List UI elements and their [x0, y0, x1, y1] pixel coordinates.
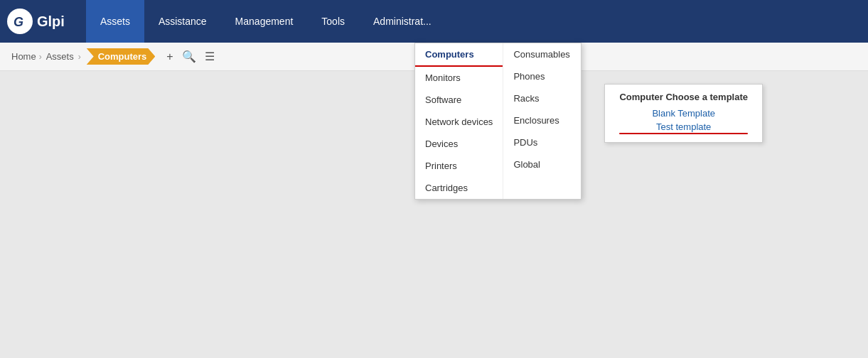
breadcrumb-assets[interactable]: Assets: [46, 51, 74, 62]
dropdown-item-phones[interactable]: Phones: [503, 65, 581, 87]
blank-template-link[interactable]: Blank Template: [619, 108, 748, 119]
assets-dropdown: Computers Monitors Software Network devi…: [414, 43, 582, 200]
dropdown-item-enclosures[interactable]: Enclosures: [503, 109, 581, 131]
search-icon[interactable]: 🔍: [182, 50, 196, 63]
nav-item-management[interactable]: Management: [221, 0, 308, 43]
dropdown-columns: Computers Monitors Software Network devi…: [415, 43, 581, 199]
nav-item-tools[interactable]: Tools: [307, 0, 359, 43]
breadcrumb-home[interactable]: Home: [11, 51, 36, 62]
toolbar: + 🔍 ☰: [166, 50, 214, 63]
breadcrumb-sep2: ›: [78, 52, 81, 62]
top-nav: G Glpi Assets Assistance Management Tool…: [0, 0, 868, 43]
add-button[interactable]: +: [166, 50, 173, 63]
brand-name: Glpi: [37, 13, 65, 30]
breadcrumb-current: Computers: [87, 48, 156, 65]
dropdown-item-consumables[interactable]: Consumables: [503, 43, 581, 65]
nav-item-administration[interactable]: Administrat...: [359, 0, 446, 43]
nav-item-assets[interactable]: Assets: [86, 0, 144, 43]
main-nav: Assets Assistance Management Tools Admin…: [86, 0, 861, 43]
dropdown-item-cartridges[interactable]: Cartridges: [415, 177, 503, 199]
dropdown-item-computers[interactable]: Computers: [415, 43, 503, 67]
logo-icon: G: [7, 9, 33, 34]
dropdown-right-col: Consumables Phones Racks Enclosures PDUs…: [503, 43, 581, 199]
test-template-link[interactable]: Test template: [619, 121, 748, 132]
svg-text:G: G: [14, 15, 23, 29]
dropdown-item-pdus[interactable]: PDUs: [503, 131, 581, 153]
logo[interactable]: G Glpi: [7, 9, 65, 34]
template-chooser: Computer Choose a template Blank Templat…: [604, 84, 763, 143]
dropdown-left-col: Computers Monitors Software Network devi…: [415, 43, 503, 199]
dropdown-item-software[interactable]: Software: [415, 89, 503, 111]
dropdown-item-global[interactable]: Global: [503, 153, 581, 175]
nav-item-assistance[interactable]: Assistance: [144, 0, 221, 43]
breadcrumb-sep1: ›: [39, 52, 42, 62]
list-icon[interactable]: ☰: [205, 50, 215, 63]
dropdown-item-network-devices[interactable]: Network devices: [415, 111, 503, 133]
dropdown-item-printers[interactable]: Printers: [415, 155, 503, 177]
template-header: Computer Choose a template: [619, 92, 748, 102]
dropdown-item-devices[interactable]: Devices: [415, 133, 503, 155]
dropdown-item-monitors[interactable]: Monitors: [415, 67, 503, 89]
dropdown-item-racks[interactable]: Racks: [503, 87, 581, 109]
